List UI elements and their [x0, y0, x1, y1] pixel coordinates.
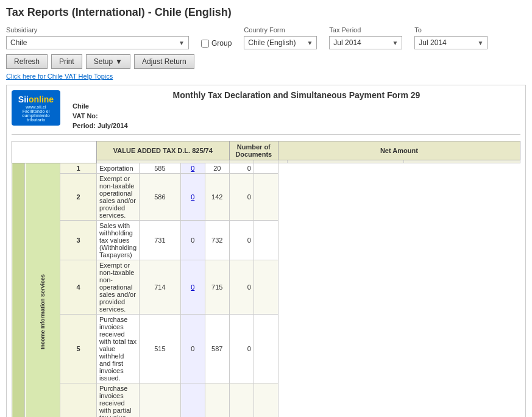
row-code1-5: 515	[140, 315, 181, 383]
dropdown-arrow-3: ▼	[392, 40, 398, 46]
tax-table: VALUE ADDED TAX D.L. 825/74 Number of Do…	[12, 141, 520, 417]
row-action-4	[254, 260, 278, 315]
row-val1-6	[180, 383, 205, 418]
table-row: 4 Exempt or non-taxable non-operational …	[12, 260, 520, 315]
net-amount-header: Net Amount	[278, 141, 520, 160]
row-desc-4: Exempt or non-taxable non-operational sa…	[96, 260, 139, 315]
print-button[interactable]: Print	[51, 54, 82, 69]
num-docs-header: Number of Documents	[229, 141, 278, 160]
row-val2-1: 0	[229, 163, 254, 174]
row-desc-5: Purchase invoices received with total ta…	[96, 315, 139, 383]
table-row: 3 Sales with withholding tax values (Wit…	[12, 221, 520, 260]
to-group: To Jul 2014 ▼	[414, 26, 488, 49]
row-num-4: 4	[60, 260, 97, 315]
row-num-3: 3	[60, 221, 97, 260]
row-code1-6	[140, 383, 181, 418]
row-num-2: 2	[60, 174, 97, 221]
form-header: Siionline www.sii.cl Facilitando el cump…	[12, 90, 520, 135]
row-val1-4: 0	[180, 260, 205, 315]
row-val2-4: 0	[229, 260, 254, 315]
row-code2-3: 732	[205, 221, 229, 260]
form-title: Monthly Tax Declaration and Simultaneous…	[73, 90, 520, 100]
dropdown-arrow: ▼	[179, 40, 185, 46]
row-desc-1: Exportation	[96, 163, 139, 174]
vat-header: VALUE ADDED TAX D.L. 825/74	[96, 141, 229, 160]
row-val1-1: 0	[180, 163, 205, 174]
table-row: 6 Purchase invoices received with partia…	[12, 383, 520, 418]
refresh-button[interactable]: Refresh	[6, 54, 48, 69]
row-desc-3: Sales with withholding tax values (Withh…	[96, 221, 139, 260]
form-country: Chile	[73, 102, 520, 110]
row-action-6	[254, 383, 278, 418]
country-form-dropdown[interactable]: Chile (English) ▼	[244, 36, 317, 49]
row-code2-2: 142	[205, 174, 229, 221]
row-num-5: 5	[60, 315, 97, 383]
row-val1-3: 0	[180, 221, 205, 260]
row-num-6: 6	[60, 383, 97, 418]
row-val1-5: 0	[180, 315, 205, 383]
row-code1-1: 585	[140, 163, 181, 174]
country-form-group: Country Form Chile (English) ▼	[244, 26, 317, 49]
row-val2-3: 0	[229, 221, 254, 260]
setup-arrow-icon: ▼	[115, 57, 122, 66]
row-action-1	[254, 163, 278, 174]
form-title-block: Monthly Tax Declaration and Simultaneous…	[73, 90, 520, 129]
country-form-label: Country Form	[244, 26, 317, 34]
debits-sales-label: DEBITS AND SALES	[12, 163, 25, 418]
tax-period-dropdown[interactable]: Jul 2014 ▼	[329, 36, 402, 49]
row-code2-4: 715	[205, 260, 229, 315]
tax-period-group: Tax Period Jul 2014 ▼	[329, 26, 402, 49]
row-code1-4: 714	[140, 260, 181, 315]
setup-button[interactable]: Setup ▼	[86, 54, 130, 69]
row-action-5	[254, 315, 278, 383]
row-desc-2: Exempt or non-taxable operational sales …	[96, 174, 139, 221]
row-action-3	[254, 221, 278, 260]
subsidiary-dropdown[interactable]: Chile ▼	[6, 36, 189, 49]
row-code2-5: 587	[205, 315, 229, 383]
to-label: To	[414, 26, 488, 34]
dropdown-arrow-4: ▼	[477, 40, 483, 46]
row-desc-6: Purchase invoices received with partial …	[96, 383, 139, 418]
row-code2-6: 720	[205, 383, 229, 418]
form-period: Period: July/2014	[73, 122, 520, 129]
adjust-return-button[interactable]: Adjust Return	[134, 54, 194, 69]
row-val1-2: 0	[180, 174, 205, 221]
page-title: Tax Reports (International) - Chile (Eng…	[6, 6, 526, 19]
form-container: Siionline www.sii.cl Facilitando el cump…	[6, 85, 526, 417]
income-info-label: Income Information Services	[25, 163, 60, 418]
to-dropdown[interactable]: Jul 2014 ▼	[414, 36, 488, 49]
help-link[interactable]: Click here for Chile VAT Help Topics	[6, 73, 526, 80]
table-row: 2 Exempt or non-taxable operational sale…	[12, 174, 520, 221]
row-code1-2: 586	[140, 174, 181, 221]
row-val2-2: 0	[229, 174, 254, 221]
tax-period-label: Tax Period	[329, 26, 402, 34]
subsidiary-group: Subsidiary Chile ▼	[6, 26, 189, 49]
group-checkbox-container: Group	[201, 39, 232, 48]
buttons-row: Refresh Print Setup ▼ Adjust Return	[6, 54, 526, 69]
row-val2-5: 0	[229, 315, 254, 383]
sii-logo: Siionline www.sii.cl Facilitando el cump…	[12, 90, 60, 126]
row-action-2	[254, 174, 278, 221]
row-code2-1: 20	[205, 163, 229, 174]
row-code1-3: 731	[140, 221, 181, 260]
row-num-1: 1	[60, 163, 97, 174]
subsidiary-label: Subsidiary	[6, 26, 189, 34]
table-row: 5 Purchase invoices received with total …	[12, 315, 520, 383]
row-val2-6: 0	[229, 383, 254, 418]
group-label: Group	[211, 39, 232, 48]
group-checkbox[interactable]	[201, 40, 209, 48]
form-vat: VAT No:	[73, 112, 520, 119]
dropdown-arrow-2: ▼	[307, 40, 313, 46]
table-row: DEBITS AND SALES Income Information Serv…	[12, 163, 520, 174]
